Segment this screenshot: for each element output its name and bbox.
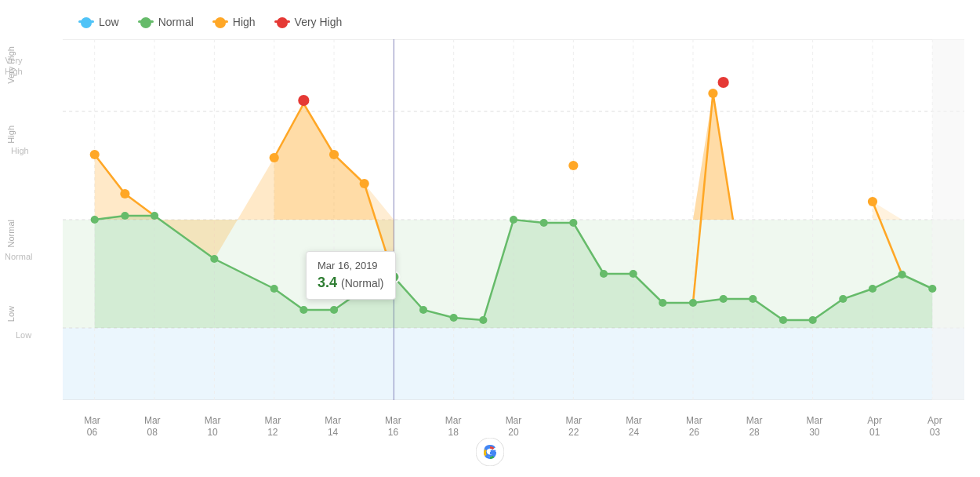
svg-point-65: [708, 89, 717, 98]
svg-point-54: [809, 316, 817, 324]
chart-svg: 10 8 6 4 2 0: [63, 39, 964, 400]
svg-point-42: [450, 314, 458, 322]
chart-legend: Low Normal High Very High: [63, 8, 964, 36]
x-label-mar08: Mar08: [123, 415, 182, 439]
svg-point-43: [479, 316, 487, 324]
svg-point-62: [329, 150, 339, 159]
svg-point-59: [90, 150, 100, 159]
legend-item-very-high: Very High: [274, 16, 343, 28]
y-band-low: Low: [6, 306, 16, 322]
svg-point-34: [151, 212, 158, 220]
svg-point-40: [388, 271, 399, 282]
svg-point-49: [659, 299, 666, 307]
x-axis-labels: Mar06 Mar08 Mar10 Mar12 Mar14 Mar16 Mar1…: [63, 415, 964, 439]
x-label-mar26: Mar26: [665, 415, 724, 439]
svg-point-60: [120, 189, 129, 198]
svg-point-45: [540, 219, 548, 227]
svg-point-41: [419, 306, 427, 314]
y-band-labels: Very High High Normal Low: [6, 39, 57, 400]
svg-point-57: [898, 271, 906, 279]
svg-point-47: [600, 270, 608, 278]
y-band-normal: Normal: [6, 220, 16, 247]
x-label-mar30: Mar30: [785, 415, 844, 439]
svg-point-63: [360, 179, 369, 188]
x-label-apr01: Apr01: [845, 415, 904, 439]
x-label-mar28: Mar28: [725, 415, 784, 439]
svg-point-44: [510, 216, 517, 224]
svg-point-64: [568, 161, 578, 170]
svg-point-35: [210, 255, 218, 263]
svg-point-50: [689, 299, 697, 307]
svg-point-61: [270, 153, 279, 162]
chart-container: Low Normal High Very High: [0, 0, 980, 477]
y-band-label-low: Low: [16, 330, 31, 340]
legend-normal-label: Normal: [158, 16, 194, 28]
svg-point-52: [749, 295, 757, 303]
legend-very-high-label: Very High: [295, 16, 343, 28]
legend-low-label: Low: [99, 16, 119, 28]
svg-point-32: [91, 216, 99, 224]
y-band-label-normal: Normal: [5, 251, 32, 262]
y-band-high: High: [6, 126, 16, 144]
svg-point-51: [720, 295, 728, 303]
svg-point-56: [869, 285, 877, 293]
x-label-mar06: Mar06: [63, 415, 122, 439]
svg-point-38: [330, 306, 338, 314]
svg-point-58: [928, 285, 936, 293]
svg-point-39: [361, 285, 368, 293]
svg-point-37: [299, 306, 307, 314]
x-label-mar10: Mar10: [183, 415, 242, 439]
svg-rect-1: [63, 328, 964, 400]
svg-point-36: [270, 285, 278, 293]
legend-item-low: Low: [78, 16, 119, 28]
svg-rect-25: [932, 39, 964, 400]
x-label-mar16: Mar16: [364, 415, 423, 439]
legend-item-normal: Normal: [138, 16, 194, 28]
svg-point-48: [630, 270, 637, 278]
svg-point-46: [569, 219, 577, 227]
chart-area: Very High High Normal Low: [63, 39, 964, 400]
x-label-apr03: Apr03: [906, 415, 964, 439]
svg-point-55: [839, 295, 847, 303]
svg-point-67: [298, 95, 309, 106]
legend-item-high: High: [212, 16, 256, 28]
x-label-mar20: Mar20: [484, 415, 543, 439]
legend-high-label: High: [233, 16, 256, 28]
google-logo: G: [476, 438, 504, 469]
x-label-mar24: Mar24: [604, 415, 663, 439]
y-band-label-very-high: VeryHigh: [5, 55, 23, 78]
x-label-mar14: Mar14: [303, 415, 362, 439]
svg-point-66: [868, 197, 877, 206]
x-label-mar18: Mar18: [424, 415, 483, 439]
svg-point-53: [779, 316, 787, 324]
svg-point-33: [121, 212, 129, 220]
x-label-mar22: Mar22: [544, 415, 603, 439]
x-label-mar12: Mar12: [243, 415, 302, 439]
y-band-label-high: High: [11, 145, 29, 156]
svg-point-68: [718, 77, 729, 88]
